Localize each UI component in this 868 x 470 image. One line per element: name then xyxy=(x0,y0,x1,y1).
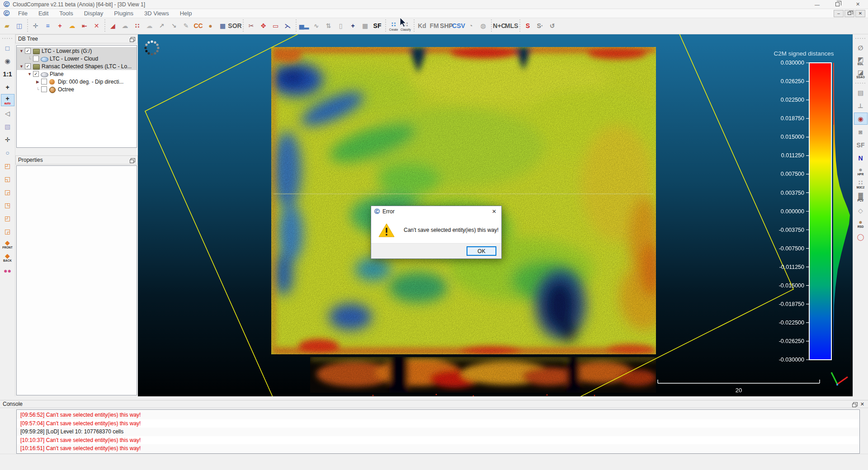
csv-export-button[interactable]: CSV xyxy=(453,19,465,33)
view-back-cube-button[interactable]: ◲ xyxy=(1,225,14,237)
tree-item-plane[interactable]: ▼ ✓ Plane xyxy=(17,70,137,78)
menu-display[interactable]: Display xyxy=(79,9,109,18)
expander-icon[interactable]: ▼ xyxy=(19,49,24,53)
gauss-filter-button[interactable]: ● xyxy=(204,19,217,33)
flip-view-button[interactable]: ◁ xyxy=(1,107,14,119)
menu-edit[interactable]: Edit xyxy=(33,9,54,18)
tree-item-ltc-lower-pts[interactable]: ▼ ✓ LTC - Lower.pts (G:/) xyxy=(17,47,137,55)
stereo-glasses-button[interactable]: ●● xyxy=(1,264,14,277)
checkerboard-button[interactable]: ▦ xyxy=(217,19,229,33)
red-ellipse-button[interactable]: ◯ xyxy=(854,230,868,243)
sor-filter-button[interactable]: SOR xyxy=(229,19,241,33)
m3c2-button[interactable]: ∷ M3C2 xyxy=(854,178,868,190)
point-list-picking-button[interactable]: ☁ xyxy=(119,19,131,33)
expander-icon[interactable]: └ xyxy=(35,87,41,92)
sf-gaussian-button[interactable]: ∿ xyxy=(310,19,322,33)
minimize-button[interactable]: — xyxy=(807,0,827,9)
expander-icon[interactable]: ▼ xyxy=(19,64,24,69)
sf-circle-button[interactable]: SF xyxy=(854,139,868,151)
sf-add-button[interactable]: + xyxy=(347,19,359,33)
scissors-segment-button[interactable]: ✂ xyxy=(245,19,257,33)
cloud-cloud-distance-button[interactable]: CC xyxy=(192,19,204,33)
kd-tree-button[interactable]: Kd xyxy=(416,19,428,33)
animation-button[interactable]: ▤ xyxy=(854,86,868,99)
sf-rainbow-button[interactable]: SF xyxy=(371,19,383,33)
register-clouds-button[interactable]: ↘ xyxy=(168,19,180,33)
menu-help[interactable]: Help xyxy=(175,9,198,18)
translate-rotate-button[interactable]: ✥ xyxy=(257,19,269,33)
view-left-button[interactable]: ◲ xyxy=(1,186,14,198)
view-bottom-button[interactable]: ◱ xyxy=(1,173,14,185)
canupo-create-button[interactable]: ∷ Create xyxy=(387,19,400,33)
expander-icon[interactable]: └ xyxy=(27,56,33,61)
no-filter-button[interactable]: ∅ xyxy=(854,42,868,54)
screenshot-button[interactable]: ◉ xyxy=(1,55,14,67)
pcv-button[interactable]: ▓ PCV xyxy=(854,191,868,203)
view-right-button[interactable]: ◳ xyxy=(1,199,14,211)
visibility-checkbox[interactable]: ✓ xyxy=(25,48,31,54)
apply-transformation-button[interactable]: + xyxy=(54,19,66,33)
ssao-filter-button[interactable]: ◪ SSAO xyxy=(854,68,868,80)
fm-button[interactable]: FM xyxy=(428,19,440,33)
global-shift-button[interactable]: ✛ xyxy=(29,19,42,33)
expander-icon[interactable]: ▼ xyxy=(27,72,33,76)
open-button[interactable]: ▰ xyxy=(1,19,13,33)
close-panel-icon[interactable]: ✕ xyxy=(860,401,864,407)
edl-filter-button[interactable]: ◩ EDL xyxy=(854,55,868,67)
color-scale-cloud-button[interactable]: ☁ xyxy=(66,19,78,33)
bbox-cube-button[interactable]: ▧ xyxy=(1,120,14,132)
visibility-checkbox[interactable]: ✓ xyxy=(25,63,31,69)
merge-button[interactable]: ⇤ xyxy=(78,19,90,33)
visibility-checkbox[interactable]: ✓ xyxy=(33,71,39,77)
tree-item-octree[interactable]: └ Octree xyxy=(17,85,137,93)
view-front-iso-button[interactable]: ◆ FRONT xyxy=(1,238,14,250)
zoom-mode-button[interactable]: ○ xyxy=(1,146,14,159)
sf-minmax-button[interactable]: ⇅ xyxy=(322,19,335,33)
center-camera-button[interactable]: + xyxy=(1,81,14,93)
rsd-button[interactable]: ● RSD xyxy=(854,217,868,230)
auto-pick-center-button[interactable]: + auto xyxy=(1,94,14,106)
expander-icon[interactable]: ▶ xyxy=(35,80,41,84)
clone-cloud-button[interactable]: ☁ xyxy=(143,19,156,33)
surface-revolution-button[interactable]: ↺ xyxy=(546,19,558,33)
fullscreen-3d-button[interactable]: ◻ xyxy=(1,42,14,54)
shp-export-button[interactable]: SHP xyxy=(440,19,453,33)
hpr-button[interactable]: ● HPR xyxy=(854,165,868,177)
visibility-checkbox[interactable] xyxy=(33,56,39,61)
sf-histogram-button[interactable]: ▅▂ xyxy=(298,19,310,33)
align-clouds-button[interactable]: ↗ xyxy=(156,19,168,33)
float-panel-icon[interactable] xyxy=(131,37,135,41)
restore-button[interactable] xyxy=(827,0,848,9)
spline-fit-button[interactable]: S· xyxy=(534,19,546,33)
sf-calculator-button[interactable]: ▦ xyxy=(359,19,371,33)
spline-button[interactable]: S xyxy=(522,19,534,33)
menu-tools[interactable]: Tools xyxy=(54,9,78,18)
menu-file[interactable]: File xyxy=(13,9,33,18)
sf-delete-button[interactable]: ▯ xyxy=(335,19,347,33)
visibility-checkbox[interactable] xyxy=(41,86,47,92)
clean-broom-button[interactable]: ⊥ xyxy=(854,99,868,112)
normals-arrow-button[interactable]: N xyxy=(854,152,868,164)
visibility-checkbox[interactable] xyxy=(41,79,47,85)
ok-button[interactable]: OK xyxy=(467,246,496,256)
tree-item-dip[interactable]: ▶ Dip: 000 deg. - Dip directi... xyxy=(17,78,137,85)
shield-button[interactable]: ◙ xyxy=(854,126,868,138)
delete-button[interactable]: ✕ xyxy=(90,19,103,33)
facets-button[interactable]: ◔ xyxy=(465,19,477,33)
point-picking-button[interactable]: ◢ xyxy=(107,19,119,33)
normals-curvature-button[interactable]: N+C xyxy=(493,19,505,33)
cross-section-button[interactable]: ▭ xyxy=(269,19,282,33)
properties-list-button[interactable]: ≡ xyxy=(42,19,54,33)
tree-item-ltc-lower-cloud[interactable]: └ LTC - Lower - Cloud xyxy=(17,55,137,62)
zoom-1-1-button[interactable]: 1:1 xyxy=(1,68,14,80)
facet-pentagon-button[interactable]: ◇ xyxy=(854,204,868,216)
segment-polyline-button[interactable]: ⋋ xyxy=(282,19,294,33)
float-panel-icon[interactable] xyxy=(131,158,135,162)
pan-mode-button[interactable]: ✛ xyxy=(1,133,14,146)
float-panel-icon[interactable] xyxy=(853,402,858,406)
view-front-cube-button[interactable]: ◰ xyxy=(1,212,14,224)
tree-item-ransac-shapes[interactable]: ▼ ✓ Ransac Detected Shapes (LTC - Lo... xyxy=(17,62,137,70)
compass-button[interactable]: ◉ xyxy=(854,113,868,125)
sample-points-button[interactable]: ∷ xyxy=(131,19,143,33)
menu-plugins[interactable]: Plugins xyxy=(108,9,139,18)
